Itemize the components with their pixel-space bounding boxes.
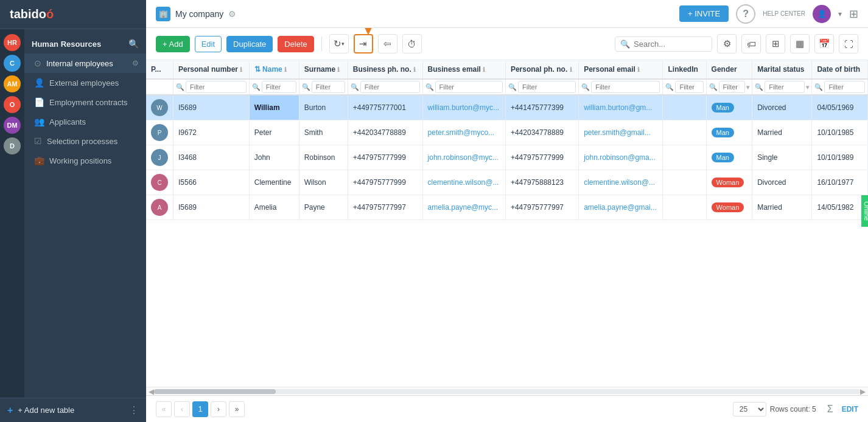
table-row[interactable]: P I9672 Peter Smith +442034778889 peter.… — [146, 120, 868, 145]
plus-icon: + — [7, 405, 13, 416]
first-page-button[interactable]: « — [156, 401, 172, 417]
add-table-button[interactable]: + + Add new table ⋮ — [7, 404, 139, 416]
cell-business-email[interactable]: amelia.payne@myc... — [422, 195, 505, 220]
marital-filter-dropdown[interactable]: ▾ — [806, 84, 809, 91]
sidebar-item-working-positions[interactable]: 💼 Working positions — [24, 151, 146, 170]
pagination-edit-label[interactable]: EDIT — [842, 405, 858, 413]
table-row[interactable]: A I5689 Amelia Payne +447975777997 ameli… — [146, 195, 868, 220]
col-header-gender[interactable]: Gender — [706, 60, 752, 79]
table-row[interactable]: J I3468 John Robinson +447975777999 john… — [146, 145, 868, 170]
cell-business-ph: +449775777001 — [348, 95, 422, 120]
sidebar-item-label: Working positions — [49, 156, 111, 165]
user-avatar[interactable]: 👤 — [813, 5, 831, 23]
filter-surname-input[interactable] — [312, 81, 345, 93]
apps-grid-icon[interactable]: ⊞ — [849, 7, 858, 21]
sidebar-more-icon[interactable]: ⋮ — [129, 404, 139, 416]
sidebar-item-external-employees[interactable]: 👤 External employees — [24, 73, 146, 92]
filter-pph-input[interactable] — [518, 81, 576, 93]
avatar-c[interactable]: C — [4, 55, 21, 72]
fullscreen-button[interactable]: ⛶ — [839, 34, 858, 54]
online-badge[interactable]: Online — [861, 195, 868, 227]
scroll-right-arrow[interactable]: ▶ — [860, 387, 866, 396]
filter-gender-input[interactable] — [719, 81, 746, 93]
next-page-button[interactable]: › — [211, 401, 226, 417]
avatar-d[interactable]: D — [4, 137, 21, 154]
current-page-button[interactable]: 1 — [192, 401, 208, 417]
col-header-surname[interactable]: Surname ℹ — [299, 60, 348, 79]
avatar-dm[interactable]: DM — [4, 117, 21, 134]
settings-columns-button[interactable]: ⚙ — [717, 34, 737, 54]
invite-button[interactable]: + INVITE — [679, 5, 729, 22]
sidebar-item-internal-employees[interactable]: ⊙ Internal employees ⚙ — [24, 54, 146, 73]
scroll-thumb[interactable] — [154, 389, 276, 394]
chevron-down-icon[interactable]: ▾ — [838, 10, 842, 18]
prev-page-button[interactable]: ‹ — [174, 401, 190, 417]
cell-personal-email[interactable]: john.robinson@gma... — [579, 145, 663, 170]
cell-business-email[interactable]: clementine.wilson@... — [422, 170, 505, 195]
tags-button[interactable]: 🏷 — [741, 34, 761, 54]
col-header-personal-ph[interactable]: Personal ph. no. ℹ — [505, 60, 578, 79]
export-button[interactable]: ⇦ — [378, 34, 397, 54]
refresh-dropdown-icon[interactable]: ▾ — [341, 41, 345, 47]
scroll-track[interactable] — [154, 389, 860, 394]
toolbar-separator — [321, 36, 322, 51]
cell-business-email[interactable]: john.robinson@myc... — [422, 145, 505, 170]
contracts-icon: 📄 — [34, 97, 44, 107]
import-button[interactable]: ⇥ — [354, 34, 373, 54]
topbar-gear-icon[interactable]: ⚙ — [228, 9, 236, 19]
refresh-button[interactable]: ↻ ▾ — [329, 34, 349, 54]
table-row[interactable]: W I5689 William Burton +449775777001 wil… — [146, 95, 868, 120]
sidebar-search-icon[interactable]: 🔍 — [128, 39, 139, 49]
rows-per-page-select[interactable]: 25 50 100 — [733, 402, 766, 417]
cell-personal-email[interactable]: william.burton@gm... — [579, 95, 663, 120]
edit-button[interactable]: Edit — [195, 36, 222, 52]
gender-filter-dropdown[interactable]: ▾ — [746, 84, 749, 91]
calendar-view-button[interactable]: 📅 — [814, 34, 834, 54]
kanban-view-button[interactable]: ▦ — [790, 34, 810, 54]
delete-button[interactable]: Delete — [278, 36, 314, 52]
search-input[interactable] — [634, 40, 707, 49]
cell-personal-email[interactable]: amelia.payne@gmai... — [579, 195, 663, 220]
last-page-button[interactable]: » — [229, 401, 245, 417]
gender-badge: Man — [712, 128, 734, 137]
col-header-business-ph[interactable]: Business ph. no. ℹ — [348, 60, 422, 79]
avatar-o[interactable]: O — [4, 96, 21, 113]
filter-dob-input[interactable] — [824, 81, 865, 93]
sigma-icon[interactable]: Σ — [827, 404, 833, 415]
sidebar-item-selection-processes[interactable]: ☑ Selection processes — [24, 131, 146, 151]
col-header-personal-number[interactable]: Personal number ℹ — [173, 60, 250, 79]
filter-bph-input[interactable] — [360, 81, 420, 93]
filter-name-input[interactable] — [262, 81, 296, 93]
filter-marital-input[interactable] — [765, 81, 805, 93]
grid-view-button[interactable]: ⊞ — [766, 34, 785, 54]
col-header-linkedin[interactable]: LinkedIn — [663, 60, 706, 79]
filter-personal-number-input[interactable] — [186, 81, 247, 93]
sidebar-item-employment-contracts[interactable]: 📄 Employment contracts — [24, 92, 146, 112]
avatar-am[interactable]: AM — [4, 75, 21, 92]
col-header-dob[interactable]: Date of birth — [812, 60, 868, 79]
filter-linkedin-input[interactable] — [675, 81, 703, 93]
scroll-left-arrow[interactable]: ◀ — [149, 387, 154, 396]
col-header-business-email[interactable]: Business email ℹ — [422, 60, 505, 79]
row-avatar: C — [151, 174, 168, 191]
add-button[interactable]: + Add — [156, 36, 190, 52]
filter-gender: 🔍▾ — [706, 79, 752, 95]
col-header-marital-status[interactable]: Marital status — [752, 60, 812, 79]
history-button[interactable]: ⏱ — [402, 34, 422, 54]
horizontal-scrollbar[interactable]: ◀ ▶ — [146, 387, 868, 395]
help-center-button[interactable]: ? — [736, 4, 755, 24]
cell-business-email[interactable]: william.burton@myc... — [422, 95, 505, 120]
avatar-hr[interactable]: HR — [4, 34, 21, 51]
gear-icon[interactable]: ⚙ — [132, 59, 139, 67]
cell-personal-email[interactable]: peter.smith@gmail... — [579, 120, 663, 145]
duplicate-button[interactable]: Duplicate — [226, 36, 273, 52]
filter-bemail-input[interactable] — [435, 81, 503, 93]
cell-personal-email[interactable]: clementine.wilson@... — [579, 170, 663, 195]
col-header-personal-email[interactable]: Personal email ℹ — [579, 60, 663, 79]
col-header-name[interactable]: ⇅ Name ℹ — [249, 60, 299, 79]
filter-business-ph: 🔍 — [348, 79, 422, 95]
filter-pemail-input[interactable] — [591, 81, 660, 93]
cell-business-email[interactable]: peter.smith@myco... — [422, 120, 505, 145]
table-row[interactable]: C I5566 Clementine Wilson +447975777999 … — [146, 170, 868, 195]
sidebar-item-applicants[interactable]: 👥 Applicants — [24, 112, 146, 131]
